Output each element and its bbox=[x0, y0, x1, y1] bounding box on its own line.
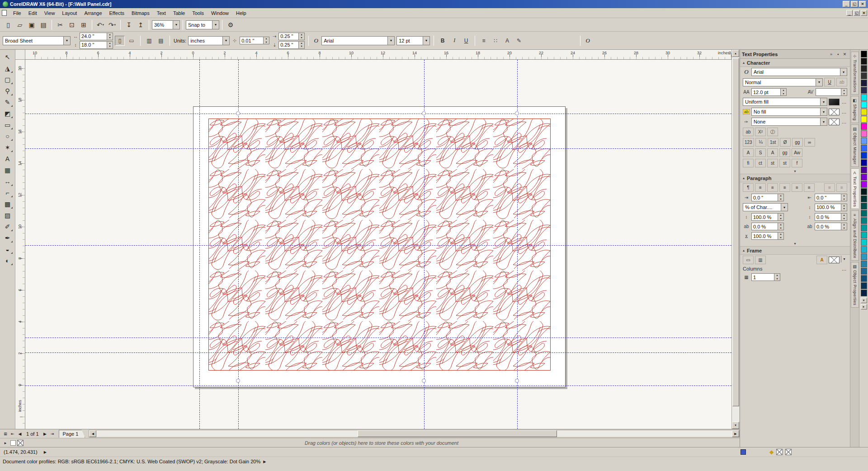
character-style-combo[interactable]: Normal ▾ bbox=[743, 78, 823, 86]
print-icon[interactable]: ▤ bbox=[38, 19, 49, 30]
align-center-button[interactable]: ≡ bbox=[767, 183, 778, 192]
menu-item-view[interactable]: View bbox=[41, 8, 59, 18]
zoom-tool-icon[interactable]: ⚲ bbox=[2, 85, 14, 96]
ruler-origin[interactable] bbox=[15, 50, 25, 60]
drop-cap-button[interactable]: A bbox=[502, 36, 512, 46]
document-page[interactable] bbox=[193, 106, 566, 387]
text-tool-icon[interactable]: A bbox=[2, 153, 14, 164]
portrait-button[interactable]: ▯ bbox=[115, 36, 125, 46]
opentype-feature-button[interactable]: ¼ bbox=[755, 138, 766, 147]
palette-color-swatch[interactable] bbox=[861, 51, 867, 57]
page-height-field[interactable]: 18.0 " ▴▾ bbox=[80, 41, 113, 49]
freehand-tool-icon[interactable]: ✎ bbox=[2, 96, 14, 108]
crop-tool-icon[interactable]: ▢ bbox=[2, 74, 14, 85]
chevron-down-icon[interactable]: ▾ bbox=[781, 204, 788, 211]
palette-color-swatch[interactable] bbox=[861, 181, 867, 188]
chevron-down-icon[interactable]: ▾ bbox=[841, 256, 847, 262]
underline-button[interactable]: U bbox=[461, 36, 471, 46]
line-spacing-field[interactable]: 100.0 % ▴▾ bbox=[815, 204, 847, 211]
palette-color-swatch[interactable] bbox=[861, 174, 867, 181]
current-page-button[interactable]: ▤ bbox=[156, 36, 166, 46]
opentype-feature-button[interactable]: gg bbox=[779, 148, 790, 157]
opentype-feature-button[interactable]: Ø bbox=[780, 138, 791, 147]
menu-item-table[interactable]: Table bbox=[170, 8, 189, 18]
edit-text-button[interactable]: ✎ bbox=[514, 36, 524, 46]
palette-color-swatch[interactable] bbox=[861, 253, 867, 260]
chevron-down-icon[interactable]: ▾ bbox=[820, 98, 827, 105]
fill-type-combo[interactable]: Uniform fill ▾ bbox=[743, 98, 827, 106]
docker-tab-object-manager[interactable]: ▤Object Manager bbox=[851, 124, 859, 167]
outline-settings-icon[interactable]: … bbox=[841, 119, 847, 124]
drawing-canvas[interactable] bbox=[25, 60, 731, 429]
background-color-swatch[interactable] bbox=[829, 109, 840, 115]
frame-columns-button[interactable]: ▥ bbox=[755, 256, 766, 264]
chevron-down-icon[interactable]: ▾ bbox=[816, 79, 822, 86]
background-fill-combo[interactable]: No fill ▾ bbox=[751, 108, 827, 116]
new-document-icon[interactable]: ▯ bbox=[3, 19, 14, 30]
first-page-button[interactable]: ⇤ bbox=[9, 430, 16, 438]
nudge-field[interactable]: 0.01 " ▴▾ bbox=[240, 37, 269, 44]
outline-pen-tool-icon[interactable]: ✒ bbox=[2, 232, 14, 243]
align-left-button[interactable]: ≡ bbox=[755, 183, 766, 192]
palette-color-swatch[interactable] bbox=[861, 167, 867, 173]
scroll-right-icon[interactable]: ▶ bbox=[732, 430, 739, 437]
fill-color-swatch[interactable] bbox=[829, 99, 840, 105]
palette-color-swatch[interactable] bbox=[861, 203, 867, 209]
opentype-feature-button[interactable]: gg bbox=[792, 138, 803, 147]
interactive-opentype-button[interactable]: O bbox=[584, 37, 591, 44]
copy-icon[interactable]: ⊡ bbox=[66, 19, 77, 30]
opentype-feature-button[interactable]: st bbox=[767, 159, 778, 167]
font-size-combo[interactable]: 12 pt ▾ bbox=[396, 36, 430, 45]
vertical-scroll-thumb[interactable] bbox=[732, 58, 739, 406]
opentype-feature-button[interactable]: ab bbox=[743, 128, 754, 136]
dimension-tool-icon[interactable]: ↔ bbox=[2, 176, 14, 187]
columns-settings-icon[interactable]: … bbox=[841, 266, 847, 271]
document-palette-flyout-icon[interactable]: ▸ bbox=[2, 439, 9, 447]
chevron-down-icon[interactable]: ▾ bbox=[222, 37, 229, 45]
spacing-unit-combo[interactable]: % of Char.... ▾ bbox=[743, 203, 788, 211]
palette-color-swatch[interactable] bbox=[861, 101, 867, 108]
mdi-minimize-button[interactable]: _ bbox=[846, 10, 853, 16]
first-line-indent-field[interactable]: 0.0 " ▴▾ bbox=[751, 194, 784, 201]
language-spacing-field[interactable]: 100.0 % ▴▾ bbox=[751, 232, 784, 240]
restore-button[interactable]: ◱ bbox=[851, 1, 858, 7]
opentype-feature-button[interactable]: fi bbox=[743, 159, 754, 167]
opentype-feature-button[interactable]: A bbox=[767, 148, 778, 157]
save-icon[interactable]: ▣ bbox=[26, 19, 37, 30]
ellipse-tool-icon[interactable]: ○ bbox=[2, 130, 14, 142]
scroll-down-icon[interactable]: ▾ bbox=[732, 422, 739, 429]
pick-tool-icon[interactable]: ↖ bbox=[2, 51, 14, 62]
page-width-field[interactable]: 24.0 " ▴▾ bbox=[80, 33, 113, 40]
opentype-feature-button[interactable]: ∞ bbox=[804, 138, 815, 147]
palette-color-swatch[interactable] bbox=[861, 195, 867, 202]
underline-style-button[interactable]: U bbox=[824, 78, 835, 86]
shape-tool-icon[interactable]: ◮ bbox=[2, 62, 14, 74]
palette-flyout-icon[interactable]: ▸ bbox=[861, 304, 867, 309]
palette-color-swatch[interactable] bbox=[861, 152, 867, 159]
horizontal-scroll-thumb[interactable] bbox=[358, 430, 557, 437]
vertical-ruler[interactable]: 20181614121086420inches bbox=[15, 60, 25, 429]
paragraph-expand-icon[interactable]: ▾ bbox=[740, 241, 850, 247]
undo-icon[interactable]: ↶▾ bbox=[95, 19, 106, 30]
cut-icon[interactable]: ✂ bbox=[55, 19, 66, 30]
docker-tab-object-properties[interactable]: ▧Object Properties bbox=[851, 262, 859, 308]
palette-color-swatch[interactable] bbox=[861, 94, 867, 101]
palette-color-swatch[interactable] bbox=[861, 72, 867, 79]
palette-color-swatch[interactable] bbox=[861, 123, 867, 130]
opentype-feature-button[interactable]: st bbox=[779, 159, 790, 167]
space-before-field[interactable]: 100.0 % ▴▾ bbox=[751, 213, 784, 221]
palette-color-swatch[interactable] bbox=[861, 58, 867, 65]
word-spacing-field[interactable]: 0.0 % ▴▾ bbox=[815, 223, 847, 230]
bold-button[interactable]: B bbox=[438, 36, 448, 46]
opentype-feature-button[interactable]: f bbox=[792, 159, 802, 167]
chevron-down-icon[interactable]: ▾ bbox=[820, 118, 827, 125]
font-list-combo[interactable]: Arial ▾ bbox=[321, 36, 395, 45]
effects-tool-icon[interactable]: ▩ bbox=[2, 198, 14, 209]
outline-combo[interactable]: None ▾ bbox=[751, 118, 827, 126]
paragraph-extra-button[interactable]: ≡ bbox=[836, 183, 847, 192]
chevron-down-icon[interactable]: ▾ bbox=[387, 37, 394, 45]
character-expand-icon[interactable]: ▾ bbox=[740, 168, 850, 174]
previous-page-button[interactable]: ◀ bbox=[16, 430, 24, 438]
frame-color-swatch[interactable] bbox=[829, 257, 840, 263]
document-palette-swatch[interactable] bbox=[10, 440, 16, 446]
